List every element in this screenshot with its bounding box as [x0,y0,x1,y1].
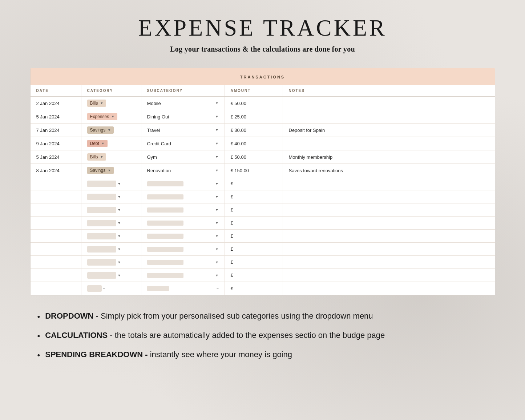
cell-subcategory-empty[interactable]: ▼ [141,243,225,255]
dropdown-arrow-icon: ▼ [108,128,111,132]
empty-subcat [147,181,183,186]
cell-amount: £ 50.00 [225,150,283,163]
cell-category[interactable]: Bills ▼ [81,150,141,163]
cell-subcategory[interactable]: Credit Card ▼ [141,137,225,150]
empty-badge [87,233,116,239]
dropdown-arrow-icon: ▼ [215,261,219,264]
empty-subcat [147,286,169,291]
category-badge-debt: Debt ▼ [87,140,108,147]
dropdown-arrow-icon: ▼ [108,169,111,172]
cell-subcategory[interactable]: Dining Out ▼ [141,110,225,123]
cell-amount-empty: £ [225,269,283,282]
page-title: EXPENSE TRACKER [138,15,387,41]
cell-amount: £ 30.00 [225,124,283,137]
empty-badge [87,259,116,266]
bullet-text-spending: SPENDING BREAKDOWN - instantly see where… [45,348,292,360]
bullet-text-calculations: CALCULATIONS - the totals are automatica… [45,329,385,341]
cell-date: 2 Jan 2024 [31,97,81,110]
cell-category[interactable]: Savings ▼ [81,124,141,137]
cell-date-empty [31,243,81,255]
subcategory-value: Credit Card [147,141,171,146]
cell-date-empty [31,282,81,295]
cell-subcategory[interactable]: Renovation ▼ [141,164,225,177]
dropdown-arrow-icon: ▼ [215,155,219,159]
bullet-bold-dropdown: DROPDOWN [45,311,93,320]
cell-date-empty [31,177,81,190]
column-headers: DATE CATEGORY SUBCATEGORY AMOUNT NOTES [31,85,495,97]
cell-notes-empty [283,269,495,282]
table-row: 5 Jan 2024 Bills ▼ Gym ▼ £ 50.00 Monthly… [31,150,495,164]
cell-date-empty [31,217,81,229]
cell-date-empty [31,256,81,268]
cell-category[interactable]: Bills ▼ [81,97,141,110]
cell-subcategory-empty[interactable]: ▼ [141,256,225,268]
cell-subcategory[interactable]: Mobile ▼ [141,97,225,110]
cell-subcategory-empty[interactable]: ▼ [141,177,225,190]
cell-category-empty[interactable]: – [81,282,141,295]
cell-category-empty[interactable]: ▼ [81,269,141,282]
cell-amount-empty: £ [225,243,283,255]
dropdown-arrow-icon: ▼ [118,221,121,225]
cell-category[interactable]: Expenses ▼ [81,110,141,123]
cell-notes [283,97,495,110]
cell-category-empty[interactable]: ▼ [81,243,141,255]
page-subtitle: Log your transactions & the calculations… [170,45,355,53]
cell-category-empty[interactable]: ▼ [81,177,141,190]
cell-subcategory-empty[interactable]: ▼ [141,190,225,203]
cell-notes-empty [283,243,495,255]
cell-category-empty[interactable]: ▼ [81,230,141,242]
cell-notes [283,110,495,123]
cell-category-empty[interactable]: ▼ [81,256,141,268]
col-header-amount: AMOUNT [225,85,283,96]
table-row: 8 Jan 2024 Savings ▼ Renovation ▼ £ 150.… [31,164,495,177]
empty-subcat [147,273,183,278]
col-header-category: CATEGORY [81,85,141,96]
cell-category[interactable]: Savings ▼ [81,164,141,177]
expense-table: TRANSACTIONS DATE CATEGORY SUBCATEGORY A… [30,68,495,295]
cell-notes-empty [283,177,495,190]
table-row-empty: ▼ ▼ £ [31,230,495,243]
cell-amount: £ 40.00 [225,137,283,150]
dropdown-arrow-icon: ▼ [215,208,219,212]
empty-subcat [147,247,183,252]
dropdown-arrow-icon: ▼ [215,195,219,199]
dropdown-arrow-icon: ▼ [118,247,121,251]
empty-subcat [147,194,183,199]
category-badge-expenses: Expenses ▼ [87,113,118,120]
dropdown-arrow-icon: ▼ [215,115,219,118]
bullet-regular-calculations: - the totals are automatically added to … [108,331,385,340]
bullet-regular-spending: instantly see where your money is going [148,350,292,359]
table-row-empty: ▼ ▼ £ [31,177,495,190]
bullet-dot: • [37,330,40,342]
col-header-date: DATE [31,85,81,96]
bullet-item-calculations: • CALCULATIONS - the totals are automati… [37,329,488,342]
cell-amount: £ 50.00 [225,97,283,110]
cell-category-empty[interactable]: ▼ [81,203,141,216]
cell-amount-empty: £ [225,190,283,203]
cell-notes-empty [283,217,495,229]
cell-category[interactable]: Debt ▼ [81,137,141,150]
cell-subcategory-empty[interactable]: ▼ [141,203,225,216]
transactions-label: TRANSACTIONS [240,75,285,79]
table-row: 5 Jan 2024 Expenses ▼ Dining Out ▼ £ 25.… [31,110,495,124]
empty-badge [87,285,102,292]
dropdown-arrow-icon: ▼ [215,169,219,172]
cell-subcategory[interactable]: Travel ▼ [141,124,225,137]
cell-subcategory[interactable]: Gym ▼ [141,150,225,163]
cell-amount-empty: £ [225,203,283,216]
dropdown-arrow-icon: ▼ [118,234,121,238]
table-row-empty: ▼ ▼ £ [31,256,495,269]
dropdown-arrow-icon: ▼ [118,208,121,212]
cell-subcategory-empty[interactable]: ▼ [141,269,225,282]
cell-category-empty[interactable]: ▼ [81,217,141,229]
cell-notes-empty [283,230,495,242]
table-row-empty: – – £ [31,282,495,295]
cell-amount-empty: £ [225,230,283,242]
cell-subcategory-empty[interactable]: – [141,282,225,295]
cell-subcategory-empty[interactable]: ▼ [141,230,225,242]
cell-subcategory-empty[interactable]: ▼ [141,217,225,229]
cell-amount-empty: £ [225,177,283,190]
table-row: 7 Jan 2024 Savings ▼ Travel ▼ £ 30.00 De… [31,124,495,137]
cell-category-empty[interactable]: ▼ [81,190,141,203]
subcategory-value: Dining Out [147,114,169,120]
